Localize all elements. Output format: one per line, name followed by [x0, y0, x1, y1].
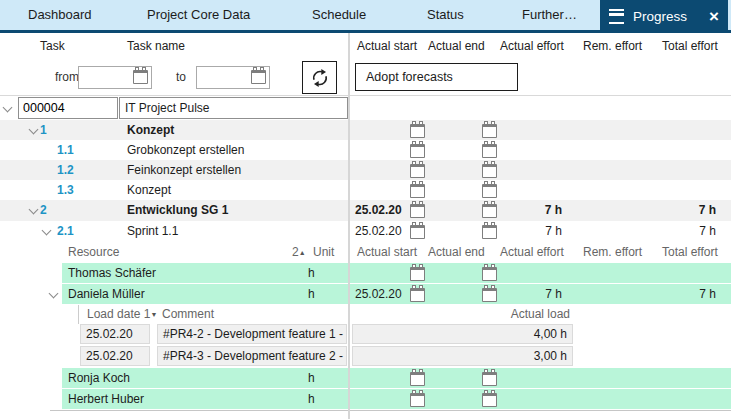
task-number: 2.1 [57, 221, 74, 242]
resource-name: Ronja Koch [68, 368, 130, 388]
resource-row-herbert[interactable]: Herbert Huber h [0, 389, 731, 409]
menu-icon[interactable] [609, 9, 624, 24]
load-date-cell[interactable]: 25.02.20 [80, 346, 150, 366]
actual-start-value: 25.02.20 [355, 200, 407, 221]
calendar-icon[interactable] [482, 164, 497, 178]
load-row: 25.02.20 #PR4-2 - Development feature 1 … [0, 324, 731, 344]
refresh-icon [309, 67, 331, 89]
calendar-icon[interactable] [482, 144, 497, 158]
chevron-down-icon[interactable] [3, 103, 13, 113]
table-row-task-1-2[interactable]: 1.2 Feinkonzept erstellen [0, 160, 731, 180]
calendar-icon[interactable] [482, 184, 497, 198]
calendar-icon[interactable] [482, 393, 497, 407]
load-value-cell[interactable]: 4,00 h [352, 324, 573, 344]
sort-priority: 2 [292, 245, 299, 259]
adopt-forecasts-button[interactable]: Adopt forecasts [355, 63, 518, 91]
col-header-actual-start: Actual start [357, 34, 417, 58]
resource-row-highlight [62, 389, 731, 409]
load-header-comment[interactable]: Comment [162, 305, 214, 324]
calendar-icon[interactable] [410, 184, 425, 198]
col-header-rem-effort: Rem. effort [583, 34, 642, 58]
sort-asc-icon: ▲ [299, 249, 306, 256]
calendar-icon[interactable] [482, 124, 497, 138]
col-header-actual-end: Actual end [428, 34, 485, 58]
resource-row-ronja[interactable]: Ronja Koch h [0, 368, 731, 388]
col-header-actual-effort: Actual effort [500, 34, 564, 58]
tab-progress-label: Progress [633, 9, 700, 24]
table-row-task-2[interactable]: 2 Entwicklung SG 1 25.02.20 7 h 7 h [0, 200, 731, 221]
tab-project-core-data[interactable]: Project Core Data [147, 0, 250, 30]
refresh-button[interactable] [302, 61, 337, 94]
actual-effort-value: 7 h [500, 284, 562, 304]
calendar-icon[interactable] [410, 225, 425, 239]
divider [50, 410, 731, 411]
chevron-down-icon[interactable] [29, 125, 39, 135]
total-effort-value: 7 h [650, 284, 716, 304]
table-row-task-1-1[interactable]: 1.1 Grobkonzept erstellen [0, 140, 731, 160]
load-header-date[interactable]: Load date 1▼ [87, 305, 157, 324]
project-name-cell[interactable]: IT Project Pulse [119, 97, 348, 119]
load-date-cell[interactable]: 25.02.20 [80, 324, 150, 344]
tab-progress-active[interactable]: Progress × [600, 0, 728, 33]
calendar-icon[interactable] [410, 144, 425, 158]
project-id-input[interactable] [18, 97, 118, 119]
total-effort-value: 7 h [650, 200, 716, 221]
chevron-down-icon[interactable] [29, 205, 39, 215]
res-header-resource[interactable]: Resource [68, 243, 119, 262]
calendar-icon[interactable] [410, 124, 425, 138]
resource-row-thomas[interactable]: Thomas Schäfer h [0, 263, 731, 283]
calendar-icon[interactable] [482, 225, 497, 239]
calendar-icon[interactable] [410, 288, 425, 302]
calendar-icon[interactable] [482, 372, 497, 386]
col-header-total-effort: Total effort [662, 34, 718, 58]
task-name: Konzept [127, 120, 174, 140]
project-row[interactable]: IT Project Pulse [0, 96, 731, 120]
calendar-icon[interactable] [410, 267, 425, 281]
table-row-task-2-1[interactable]: 2.1 Sprint 1.1 25.02.20 7 h 7 h [0, 221, 731, 242]
to-label: to [176, 65, 186, 89]
calendar-icon[interactable] [410, 204, 425, 218]
calendar-icon[interactable] [410, 393, 425, 407]
table-row-task-1[interactable]: 1 Konzept [0, 120, 731, 140]
load-comment-value: #PR4-3 - Development feature 2 - [163, 347, 346, 365]
task-name: Entwicklung SG 1 [127, 200, 228, 221]
load-comment-cell[interactable]: #PR4-3 - Development feature 2 - [157, 346, 347, 366]
resource-unit: h [308, 263, 315, 283]
calendar-icon[interactable] [482, 204, 497, 218]
load-header-actual-load[interactable]: Actual load [448, 305, 570, 324]
calendar-icon[interactable] [410, 372, 425, 386]
tab-dashboard[interactable]: Dashboard [28, 0, 92, 30]
res-header-sort[interactable]: 2▲ [292, 243, 306, 262]
res-header-rem-effort: Rem. effort [583, 243, 642, 262]
load-value: 3,00 h [353, 347, 567, 365]
actual-start-value: 25.02.20 [355, 284, 407, 304]
tab-further[interactable]: Further… [522, 0, 577, 30]
res-header-unit[interactable]: Unit [313, 243, 334, 262]
resource-row-highlight [62, 263, 731, 283]
actual-effort-value: 7 h [500, 221, 562, 242]
load-date-value: 25.02.20 [86, 325, 149, 343]
chevron-down-icon[interactable] [42, 226, 52, 236]
col-header-task: Task [40, 34, 65, 58]
progress-window: Dashboard Project Core Data Schedule Sta… [0, 0, 731, 419]
calendar-icon[interactable] [482, 267, 497, 281]
tab-schedule[interactable]: Schedule [312, 0, 366, 30]
calendar-icon[interactable] [410, 164, 425, 178]
load-row: 25.02.20 #PR4-3 - Development feature 2 … [0, 346, 731, 366]
calendar-icon[interactable] [482, 288, 497, 302]
task-number: 1.1 [57, 140, 74, 160]
calendar-icon[interactable] [133, 70, 148, 84]
load-value-cell[interactable]: 3,00 h [352, 346, 573, 366]
table-row-task-1-3[interactable]: 1.3 Konzept [0, 180, 731, 200]
res-header-actual-start: Actual start [357, 243, 417, 262]
tab-status[interactable]: Status [427, 0, 464, 30]
load-comment-cell[interactable]: #PR4-2 - Development feature 1 - [157, 324, 347, 344]
resource-row-daniela[interactable]: Daniela Müller h 25.02.20 7 h 7 h [0, 284, 731, 304]
close-icon[interactable]: × [709, 8, 719, 25]
total-effort-value: 7 h [650, 221, 716, 242]
calendar-icon[interactable] [251, 70, 266, 84]
chevron-down-icon[interactable] [49, 289, 59, 299]
resource-name: Herbert Huber [68, 389, 144, 409]
task-number: 1.3 [57, 180, 74, 200]
pane-divider[interactable] [348, 33, 350, 419]
